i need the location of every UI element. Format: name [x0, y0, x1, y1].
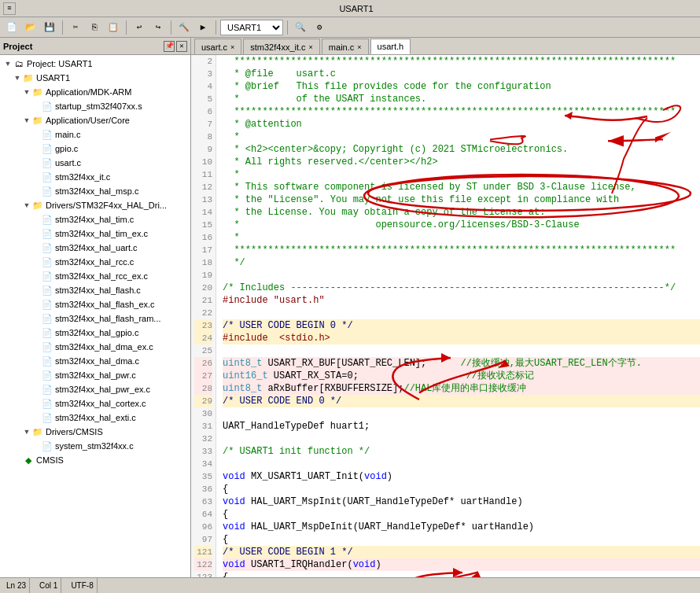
expand-mdk[interactable]: ▼ [22, 87, 31, 97]
sidebar: Project 📌 ✕ ▼ 🗂 Project: USART1 ▼ 📁 USAR [0, 38, 191, 577]
file-icon-startup: 📄 [41, 100, 53, 112]
undo-btn[interactable]: ↩ [131, 20, 148, 35]
tree-item-startup[interactable]: 📄 startup_stm32f407xx.s [0, 99, 190, 113]
expand-usart1[interactable]: ▼ [13, 73, 22, 83]
tab-usart-c[interactable]: usart.c × [194, 39, 241, 54]
tree-item-hal-dma[interactable]: 📄 stm32f4xx_hal_dma.c [0, 354, 190, 368]
tree-item-hal-tim-ex[interactable]: 📄 stm32f4xx_hal_tim_ex.c [0, 227, 190, 241]
tree-item-hal-dma-ex[interactable]: 📄 stm32f4xx_hal_dma_ex.c [0, 340, 190, 354]
tab-main-c[interactable]: main.c × [322, 39, 369, 54]
tab-bar: usart.c × stm32f4xx_it.c × main.c × usar… [191, 38, 700, 55]
tree-item-it-c[interactable]: 📄 stm32f4xx_it.c [0, 170, 190, 184]
sidebar-pin-btn[interactable]: 📌 [164, 41, 175, 52]
code-editor[interactable]: 2 3 4 5 6 7 8 9 10 11 12 13 14 [191, 55, 700, 577]
file-icon-hal-uart: 📄 [41, 241, 53, 254]
tab-close-main-c[interactable]: × [357, 43, 361, 51]
code-line: * the License. You may obtain a copy of … [223, 206, 700, 219]
title-bar: ≡ USART1 [0, 0, 700, 17]
label-hal-drivers: Drivers/STM32F4xx_HAL_Dri... [46, 201, 167, 210]
tree-item-mdk[interactable]: ▼ 📁 Application/MDK-ARM [0, 85, 190, 99]
code-line-brace1: { [223, 483, 700, 495]
expand-cmsis-drivers[interactable]: ▼ [22, 427, 31, 436]
paste-btn[interactable]: 📋 [105, 20, 122, 35]
tree-item-cmsis-drivers[interactable]: ▼ 📁 Drivers/CMSIS [0, 425, 190, 439]
code-line-brace3: { [223, 533, 700, 546]
tree-item-hal-pwr[interactable]: 📄 stm32f4xx_hal_pwr.c [0, 368, 190, 382]
tree-item-usart1[interactable]: ▼ 📁 USART1 [0, 71, 190, 85]
tree-item-hal-flash[interactable]: 📄 stm32f4xx_hal_flash.c [0, 283, 190, 297]
code-line: * This software component is licensed by… [223, 181, 700, 193]
tree-item-hal-rcc[interactable]: 📄 stm32f4xx_hal_rcc.c [0, 255, 190, 269]
tree-item-hal-gpio[interactable]: 📄 stm32f4xx_hal_gpio.c [0, 326, 190, 340]
zoom-btn[interactable]: 🔍 [292, 20, 309, 35]
settings-btn[interactable]: ⚙ [311, 20, 328, 35]
tree-item-main-c[interactable]: 📄 main.c [0, 127, 190, 142]
file-icon-hal-pwr: 📄 [41, 369, 53, 381]
status-bar: Ln 23 Col 1 UTF-8 [0, 577, 700, 593]
tree-item-hal-uart[interactable]: 📄 stm32f4xx_hal_uart.c [0, 241, 190, 255]
code-content: 2 3 4 5 6 7 8 9 10 11 12 13 14 [191, 55, 700, 577]
app-window: ≡ USART1 📄 📂 💾 ✂ ⎘ 📋 ↩ ↪ 🔨 ▶ USART1 🔍 ⚙ … [0, 0, 700, 593]
main-layout: Project 📌 ✕ ▼ 🗂 Project: USART1 ▼ 📁 USAR [0, 38, 700, 577]
code-line: * @file usart.c [223, 68, 700, 80]
label-main-c: main.c [55, 130, 80, 139]
cut-btn[interactable]: ✂ [67, 20, 84, 35]
label-system-stm: system_stm32f4xx.c [55, 441, 134, 451]
status-col: Col 1 [36, 578, 61, 593]
file-icon-hal-cortex: 📄 [41, 397, 53, 410]
tree-item-hal-tim[interactable]: 📄 stm32f4xx_hal_tim.c [0, 212, 190, 227]
new-file-btn[interactable]: 📄 [3, 20, 20, 35]
target-dropdown[interactable]: USART1 [220, 20, 283, 35]
open-btn[interactable]: 📂 [22, 20, 39, 35]
file-icon-hal-flash-ex: 📄 [41, 298, 53, 311]
tree-item-hal-drivers[interactable]: ▼ 📁 Drivers/STM32F4xx_HAL_Dri... [0, 198, 190, 212]
sidebar-close-btn[interactable]: ✕ [176, 41, 187, 52]
tree-item-hal-cortex[interactable]: 📄 stm32f4xx_hal_cortex.c [0, 396, 190, 411]
code-line-brace4: { [223, 571, 700, 577]
file-icon-gpio: 📄 [41, 142, 53, 155]
tree-item-project[interactable]: ▼ 🗂 Project: USART1 [0, 57, 190, 71]
expand-hal[interactable]: ▼ [22, 201, 31, 210]
tab-label-main-c: main.c [329, 42, 354, 52]
code-line: /* USART1 init function */ [223, 445, 700, 458]
label-usart1: USART1 [36, 73, 70, 83]
copy-btn[interactable]: ⎘ [86, 20, 103, 35]
tab-close-it-c[interactable]: × [309, 43, 313, 51]
tree-item-hal-flash-ex[interactable]: 📄 stm32f4xx_hal_flash_ex.c [0, 297, 190, 311]
tree-item-hal-exti[interactable]: 📄 stm32f4xx_hal_exti.c [0, 411, 190, 425]
sidebar-controls: 📌 ✕ [164, 41, 187, 52]
tree-item-system-stm[interactable]: 📄 system_stm32f4xx.c [0, 439, 190, 453]
tab-usart-h[interactable]: usart.h [370, 39, 411, 54]
label-hal-rcc-ex: stm32f4xx_hal_rcc_ex.c [55, 271, 148, 281]
redo-btn[interactable]: ↪ [149, 20, 167, 35]
expand-core[interactable]: ▼ [22, 116, 31, 125]
menu-icon[interactable]: ≡ [3, 2, 16, 15]
tree-item-hal-pwr-ex[interactable]: 📄 stm32f4xx_hal_pwr_ex.c [0, 382, 190, 396]
build-btn[interactable]: 🔨 [175, 20, 193, 35]
code-lines-content[interactable]: ****************************************… [216, 55, 700, 577]
code-line [223, 407, 700, 420]
debug-btn[interactable]: ▶ [194, 20, 212, 35]
tree-item-usart-c[interactable]: 📄 usart.c [0, 156, 190, 170]
code-line [223, 269, 700, 282]
tree-item-core[interactable]: ▼ 📁 Application/User/Core [0, 113, 190, 127]
tree-item-hal-msp-c[interactable]: 📄 stm32f4xx_hal_msp.c [0, 184, 190, 198]
tab-label-it-c: stm32f4xx_it.c [250, 42, 305, 52]
save-btn[interactable]: 💾 [41, 20, 58, 35]
code-line [223, 458, 700, 470]
label-gpio-c: gpio.c [55, 144, 78, 153]
tab-it-c[interactable]: stm32f4xx_it.c × [243, 39, 320, 54]
code-line: * of the USART instances. [223, 93, 700, 105]
tree-item-cmsis[interactable]: ◆ CMSIS [0, 453, 190, 467]
file-icon-usart-c: 📄 [41, 157, 53, 169]
editor-wrapper: 2 3 4 5 6 7 8 9 10 11 12 13 14 [191, 55, 700, 577]
code-line-rx-buf2: uint8_t aRxBuffer[RXBUFFERSIZE];//HAL库使用… [223, 382, 700, 395]
expand-project[interactable]: ▼ [3, 59, 13, 68]
tree-item-hal-flash-ram[interactable]: 📄 stm32f4xx_hal_flash_ram... [0, 311, 190, 326]
code-line: /* Includes ----------------------------… [223, 282, 700, 294]
code-line-mx-init: void MX_USART1_UART_Init(void) [223, 470, 700, 483]
code-line-rx-sta: uint16_t USART_RX_STA=0; //接收状态标记 [223, 370, 700, 382]
tree-item-gpio-c[interactable]: 📄 gpio.c [0, 142, 190, 156]
tree-item-hal-rcc-ex[interactable]: 📄 stm32f4xx_hal_rcc_ex.c [0, 269, 190, 283]
tab-close-usart-c[interactable]: × [230, 43, 234, 51]
